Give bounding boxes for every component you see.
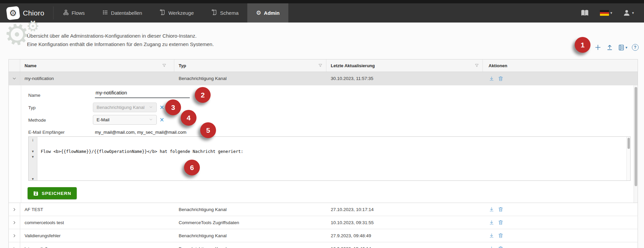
trash-icon[interactable] bbox=[498, 76, 504, 82]
gears-watermark: ⚙ ⚙ bbox=[4, 20, 30, 49]
tab-admin[interactable]: ⚙ Admin bbox=[247, 3, 288, 23]
trash-icon[interactable] bbox=[498, 206, 504, 212]
cell-name: my-notification bbox=[25, 76, 54, 81]
cell-updated: 30.10.2023, 11:57:35 bbox=[331, 76, 373, 81]
fold-marker[interactable]: ▾ bbox=[29, 176, 37, 182]
chevron-down-icon: ▾ bbox=[610, 11, 612, 15]
download-icon[interactable] bbox=[489, 206, 495, 212]
description-line-1: Übersicht über alle Adminstrations-Konfi… bbox=[27, 32, 214, 40]
gutter-marker bbox=[29, 143, 37, 149]
cell-updated: 27.9.2023, 09:48:49 bbox=[331, 233, 371, 238]
cell-typ: Benachrichtigung Kanal bbox=[179, 76, 227, 81]
upload-button[interactable] bbox=[606, 44, 613, 51]
clear-typ-button[interactable]: × bbox=[159, 105, 164, 110]
fold-marker[interactable]: ▾ bbox=[29, 154, 37, 160]
column-header-name: Name bbox=[25, 63, 36, 68]
gear-icon: ⚙ bbox=[9, 9, 17, 17]
scroll-icon bbox=[159, 9, 166, 16]
chevron-down-icon: ▾ bbox=[632, 11, 634, 15]
german-flag-icon bbox=[600, 10, 609, 16]
nav-divider bbox=[53, 6, 53, 19]
save-button[interactable]: SPEICHERN bbox=[28, 187, 77, 199]
gutter-marker: i bbox=[29, 138, 37, 143]
table-row: AF TEST Benachrichtigung Kanal 27.10.202… bbox=[9, 203, 638, 216]
table-row: my-notification Benachrichtigung Kanal 3… bbox=[9, 72, 638, 85]
fold-marker[interactable]: ▾ bbox=[29, 149, 37, 154]
download-icon[interactable] bbox=[489, 76, 495, 82]
annotation-2: 2 bbox=[195, 87, 211, 103]
user-menu[interactable]: ▾ bbox=[623, 9, 634, 17]
tab-werkzeuge[interactable]: Werkzeuge bbox=[151, 3, 203, 23]
email-empfaenger-value: my_mail@mail.com, my_sec_mail@mail.com bbox=[95, 130, 186, 135]
annotation-4: 4 bbox=[181, 110, 196, 126]
chevron-down-icon bbox=[149, 105, 153, 110]
cell-updated: 10.10.2023, 09:31:55 bbox=[331, 220, 374, 225]
clear-methode-button[interactable]: × bbox=[159, 117, 164, 123]
tab-schema[interactable]: Schema bbox=[203, 3, 247, 23]
filter-icon[interactable] bbox=[318, 63, 323, 68]
tab-label: Schema bbox=[220, 10, 239, 16]
code-line: Flow <b>{{flowName}}/{{flowOperationName… bbox=[41, 149, 627, 154]
annotation-5: 5 bbox=[200, 122, 216, 138]
scroll-icon bbox=[211, 9, 217, 16]
expand-row-button[interactable] bbox=[9, 203, 20, 216]
cell-typ: CommerceTools Zugriffsdaten bbox=[179, 220, 239, 225]
page-description: Übersicht über alle Adminstrations-Konfi… bbox=[27, 32, 214, 48]
table-row: Validierungsfehler Benachrichtigung Kana… bbox=[9, 229, 638, 242]
trash-icon[interactable] bbox=[498, 219, 504, 225]
column-header-letzte-aktualisierung: Letzte Aktualisierung bbox=[331, 63, 375, 68]
filter-icon[interactable] bbox=[162, 63, 167, 68]
configurations-table: Name Typ Letzte Aktualisierung Aktionen … bbox=[8, 59, 638, 248]
methode-label: Methode bbox=[28, 118, 46, 123]
column-header-aktionen: Aktionen bbox=[489, 63, 507, 68]
tab-datentabellen[interactable]: Datentabellen bbox=[94, 3, 151, 23]
cell-name: Validierungsfehler bbox=[25, 233, 61, 238]
column-header-typ: Typ bbox=[179, 63, 186, 68]
panel-left-divider bbox=[21, 85, 21, 203]
table-header-row: Name Typ Letzte Aktualisierung Aktionen bbox=[9, 59, 638, 72]
help-button[interactable]: ? bbox=[632, 44, 639, 51]
tab-label: Admin bbox=[264, 10, 280, 16]
panel-scrollbar-thumb[interactable] bbox=[635, 87, 637, 186]
template-code-editor[interactable]: i ▾ ▾ ▾ Flow <b>{{flowName}}/{{flowOpera… bbox=[28, 136, 631, 181]
trash-icon[interactable] bbox=[498, 246, 504, 248]
gear-icon: ⚙ bbox=[256, 10, 261, 16]
tab-label: Werkzeuge bbox=[168, 10, 194, 16]
annotation-6: 6 bbox=[184, 160, 200, 175]
configuration-detail-panel: Name Typ Benachrichtigung Kanal × Method… bbox=[9, 85, 638, 203]
panel-scrollbar[interactable] bbox=[634, 85, 638, 203]
save-icon bbox=[33, 191, 39, 196]
editor-code[interactable]: Flow <b>{{flowName}}/{{flowOperationName… bbox=[37, 137, 627, 180]
expand-row-button[interactable] bbox=[9, 242, 20, 248]
annotation-1: 1 bbox=[575, 37, 591, 53]
annotation-3: 3 bbox=[165, 99, 181, 115]
language-selector[interactable]: ▾ bbox=[600, 10, 612, 16]
add-configuration-button[interactable] bbox=[594, 44, 602, 51]
name-input[interactable] bbox=[95, 88, 190, 98]
chevron-down-icon bbox=[149, 117, 153, 123]
chevron-down-icon: ▾ bbox=[625, 45, 628, 50]
typ-select-value: Benachrichtigung Kanal bbox=[97, 105, 145, 110]
typ-select[interactable]: Benachrichtigung Kanal bbox=[93, 102, 157, 112]
expand-row-button[interactable] bbox=[9, 229, 20, 242]
collapse-row-button[interactable] bbox=[9, 72, 20, 85]
tab-label: Flows bbox=[72, 10, 85, 16]
tab-flows[interactable]: Flows bbox=[54, 3, 94, 23]
download-icon[interactable] bbox=[489, 233, 495, 239]
documentation-book-icon[interactable] bbox=[580, 9, 589, 17]
download-icon[interactable] bbox=[489, 246, 495, 248]
filter-icon[interactable] bbox=[474, 63, 479, 68]
editor-scrollbar[interactable] bbox=[627, 137, 630, 180]
cell-updated: 12.9.2023, 15:46:14 bbox=[331, 246, 371, 248]
nav-tabs: Flows Datentabellen Werkzeuge Schema ⚙ A… bbox=[54, 3, 288, 23]
cell-updated: 27.10.2023, 10:17:14 bbox=[331, 207, 374, 212]
trash-icon[interactable] bbox=[498, 233, 504, 239]
cell-typ: Benachrichtigung Kanal bbox=[179, 207, 227, 212]
methode-select[interactable]: E-Mail bbox=[93, 115, 157, 125]
editor-gutter: i ▾ ▾ ▾ bbox=[29, 137, 37, 180]
expand-row-button[interactable] bbox=[9, 216, 20, 229]
export-list-button[interactable]: ▾ bbox=[618, 44, 628, 51]
editor-scrollbar-thumb[interactable] bbox=[628, 138, 630, 149]
save-button-label: SPEICHERN bbox=[42, 191, 71, 196]
download-icon[interactable] bbox=[489, 219, 495, 225]
